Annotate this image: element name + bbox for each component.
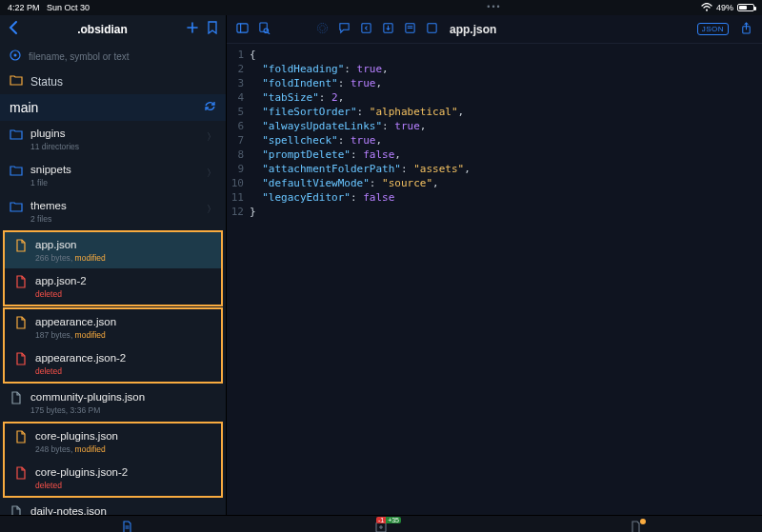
- filter-icon[interactable]: [10, 48, 21, 65]
- status-dot-badge: [640, 519, 646, 524]
- svg-point-0: [706, 9, 708, 10]
- file-meta: 266 bytes, modified: [35, 253, 106, 263]
- file-name: community-plugins.json: [30, 390, 145, 404]
- syntax-badge[interactable]: JSON: [697, 23, 729, 35]
- branch-row[interactable]: main: [0, 94, 226, 121]
- file-meta: 175 bytes, 3:36 PM: [30, 405, 145, 415]
- highlight-group: core-plugins.json248 bytes, modified cor…: [3, 422, 223, 498]
- editor-filename: app.json: [450, 23, 496, 36]
- ai-icon[interactable]: [316, 21, 329, 38]
- line-gutter: 1 2 3 4 5 6 7 8 9 10 11 12: [227, 48, 250, 515]
- file-item[interactable]: core-plugins.json248 bytes, modified: [5, 424, 221, 460]
- chevron-right-icon: 〉: [207, 203, 216, 216]
- sidebar-title: .obsidian: [27, 23, 178, 36]
- file-item[interactable]: app.json-2deleted: [5, 268, 221, 305]
- editor-toolbar: ••• app.json JSON: [227, 15, 762, 44]
- drag-handle-icon[interactable]: •••: [487, 2, 501, 11]
- file-name: appearance.json: [35, 315, 116, 328]
- file-mod-icon: [14, 315, 28, 333]
- folder-icon: [10, 199, 23, 217]
- chevron-right-icon: 〉: [207, 130, 216, 144]
- file-name: daily-notes.json: [30, 504, 107, 515]
- sync-icon[interactable]: [204, 100, 216, 115]
- file-meta: deleted: [35, 366, 126, 376]
- search-row: [0, 44, 226, 69]
- file-item[interactable]: daily-notes.json102 bytes, 3:36 PM: [0, 499, 226, 515]
- svg-point-2: [14, 54, 17, 57]
- file-name: themes: [30, 199, 67, 212]
- status-time: 4:22 PM: [8, 3, 40, 12]
- file-item[interactable]: app.json266 bytes, modified: [5, 232, 221, 268]
- svg-point-8: [317, 23, 327, 32]
- svg-rect-15: [428, 23, 436, 31]
- file-name: plugins: [30, 127, 79, 140]
- content-icon: [120, 521, 133, 533]
- status-row[interactable]: Status: [0, 69, 226, 94]
- wifi-icon: [701, 3, 712, 13]
- share-icon[interactable]: [740, 21, 752, 38]
- svg-point-6: [264, 28, 269, 32]
- sidebar-header: .obsidian: [0, 15, 226, 44]
- svg-line-7: [268, 32, 270, 34]
- download-icon[interactable]: [382, 21, 394, 38]
- file-item[interactable]: themes2 files〉: [0, 193, 226, 229]
- search-in-file-icon[interactable]: [258, 21, 271, 38]
- ios-status-bar: 4:22 PM Sun Oct 30 49%: [0, 0, 762, 15]
- file-item[interactable]: plugins11 directories〉: [0, 121, 226, 157]
- back-button[interactable]: [8, 20, 19, 40]
- sidebar-toggle-icon[interactable]: [236, 21, 249, 38]
- code-icon[interactable]: [404, 21, 416, 38]
- file-meta: 187 bytes, modified: [35, 330, 116, 340]
- file-name: core-plugins.json-2: [35, 465, 128, 479]
- file-del-icon: [14, 351, 28, 369]
- file-item[interactable]: appearance.json187 bytes, modified: [5, 309, 221, 345]
- file-item[interactable]: core-plugins.json-2deleted: [5, 460, 221, 496]
- file-meta: 2 files: [30, 214, 67, 224]
- file-mod-icon: [14, 238, 28, 256]
- file-meta: 1 file: [30, 178, 71, 187]
- undo-icon[interactable]: [360, 21, 372, 38]
- file-icon: [10, 390, 23, 408]
- file-item[interactable]: snippets1 file〉: [0, 157, 226, 193]
- editor-pane: ••• app.json JSON 1 2 3 4 5 6 7 8 9 10 1…: [227, 15, 762, 515]
- status-folder-icon: [10, 74, 23, 89]
- folder-icon: [10, 163, 23, 181]
- code-area[interactable]: 1 2 3 4 5 6 7 8 9 10 11 12 { "foldHeadin…: [227, 44, 762, 515]
- preview-icon[interactable]: [426, 21, 438, 38]
- file-mod-icon: [14, 429, 28, 447]
- file-meta: 11 directories: [30, 142, 79, 151]
- file-meta: deleted: [35, 289, 87, 299]
- code-content[interactable]: { "foldHeading": true, "foldIndent": tru…: [250, 48, 762, 515]
- changes-icon: -1+35: [374, 521, 388, 533]
- status-label: Status: [30, 75, 63, 89]
- comment-icon[interactable]: [338, 21, 351, 38]
- add-button[interactable]: [186, 21, 199, 38]
- file-meta: deleted: [35, 481, 128, 490]
- sidebar: .obsidian Status main: [0, 15, 227, 515]
- file-name: appearance.json-2: [35, 351, 126, 365]
- battery-percent: 49%: [716, 3, 733, 12]
- file-name: app.json-2: [35, 274, 87, 287]
- battery-icon: [737, 4, 754, 11]
- file-del-icon: [14, 465, 28, 483]
- file-name: snippets: [30, 163, 71, 176]
- highlight-group: appearance.json187 bytes, modified appea…: [3, 307, 223, 384]
- branch-name: main: [10, 100, 38, 115]
- file-del-icon: [14, 274, 28, 292]
- file-name: app.json: [35, 238, 106, 251]
- svg-rect-3: [237, 23, 248, 31]
- tab-changes[interactable]: -1+35 Changes: [254, 516, 509, 532]
- file-item[interactable]: appearance.json-2deleted: [5, 345, 221, 382]
- status-date: Sun Oct 30: [47, 3, 90, 12]
- bookmark-icon[interactable]: [207, 21, 218, 38]
- tab-content[interactable]: Content: [0, 516, 254, 532]
- svg-rect-10: [362, 23, 371, 31]
- tab-status[interactable]: Status: [508, 516, 762, 532]
- bottom-tab-bar: Content -1+35 Changes Status: [0, 515, 762, 532]
- search-input[interactable]: [29, 51, 216, 62]
- file-tree[interactable]: plugins11 directories〉 snippets1 file〉 t…: [0, 121, 226, 515]
- chevron-right-icon: 〉: [207, 167, 216, 180]
- highlight-group: app.json266 bytes, modified app.json-2de…: [3, 230, 223, 306]
- status-icon: [629, 521, 642, 533]
- file-item[interactable]: community-plugins.json175 bytes, 3:36 PM: [0, 384, 226, 421]
